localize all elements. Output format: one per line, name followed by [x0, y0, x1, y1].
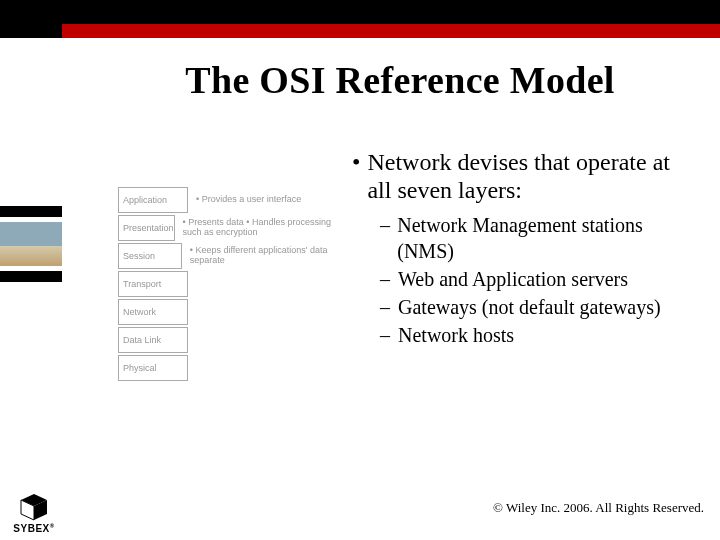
osi-layer-label: Network — [118, 299, 188, 325]
copyright-footer: © Wiley Inc. 2006. All Rights Reserved. — [493, 500, 704, 516]
cube-icon — [19, 493, 49, 521]
osi-layer-desc: • Presents data • Handles processing suc… — [175, 218, 348, 238]
sub-bullet-text: Network Management stations (NMS) — [397, 212, 692, 264]
bullet-item: • Network devises that operate at all se… — [352, 148, 692, 204]
sub-bullet-item: – Web and Application servers — [380, 266, 692, 292]
osi-row: Physical — [118, 354, 348, 382]
left-stripe-upper — [0, 206, 62, 217]
dash-marker: – — [380, 322, 398, 348]
bullet-marker: • — [352, 148, 367, 176]
osi-layer-desc: • Provides a user interface — [188, 195, 301, 205]
thumbnail-image — [0, 222, 62, 266]
sub-bullet-list: – Network Management stations (NMS) – We… — [352, 212, 692, 348]
body-content: • Network devises that operate at all se… — [352, 148, 692, 350]
slide-title: The OSI Reference Model — [120, 58, 680, 102]
osi-row: Data Link — [118, 326, 348, 354]
osi-layer-desc: • Keeps different applications' data sep… — [182, 246, 348, 266]
osi-row: Application • Provides a user interface — [118, 186, 348, 214]
sub-bullet-item: – Network Management stations (NMS) — [380, 212, 692, 264]
sub-bullet-text: Network hosts — [398, 322, 514, 348]
osi-row: Presentation • Presents data • Handles p… — [118, 214, 348, 242]
bullet-text: Network devises that operate at all seve… — [367, 148, 692, 204]
left-stripe-lower — [0, 271, 62, 282]
left-rail — [0, 0, 62, 540]
logo-text: SYBEX® — [13, 523, 54, 534]
dash-marker: – — [380, 266, 398, 292]
sub-bullet-item: – Gateways (not default gateways) — [380, 294, 692, 320]
sub-bullet-item: – Network hosts — [380, 322, 692, 348]
osi-layer-label: Physical — [118, 355, 188, 381]
osi-layer-label: Session — [118, 243, 182, 269]
osi-row: Network — [118, 298, 348, 326]
dash-marker: – — [380, 294, 398, 320]
osi-row: Session • Keeps different applications' … — [118, 242, 348, 270]
osi-layer-label: Application — [118, 187, 188, 213]
sub-bullet-text: Gateways (not default gateways) — [398, 294, 661, 320]
osi-row: Transport — [118, 270, 348, 298]
publisher-logo: SYBEX® — [6, 478, 62, 534]
sub-bullet-text: Web and Application servers — [398, 266, 628, 292]
osi-layers-figure: Application • Provides a user interface … — [118, 186, 348, 382]
red-accent-bar — [62, 24, 720, 38]
osi-layer-label: Data Link — [118, 327, 188, 353]
dash-marker: – — [380, 212, 397, 238]
osi-layer-label: Transport — [118, 271, 188, 297]
osi-layer-label: Presentation — [118, 215, 175, 241]
